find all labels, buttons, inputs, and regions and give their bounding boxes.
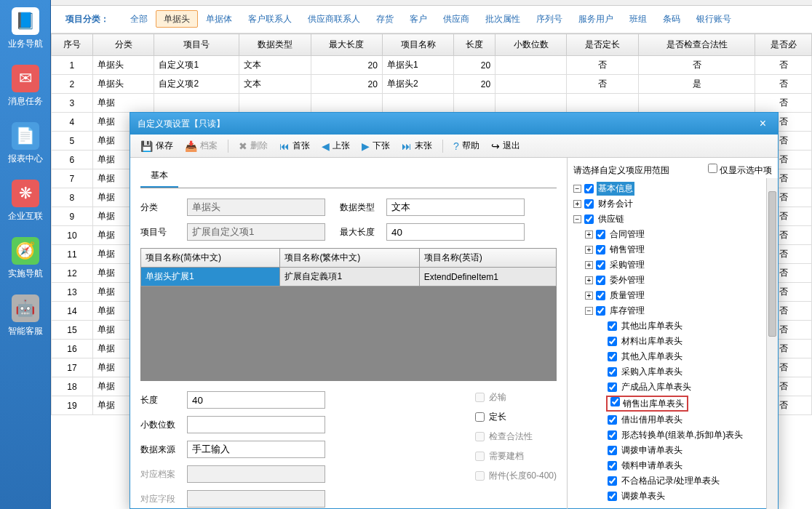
check-show-only[interactable] bbox=[708, 164, 717, 173]
tree-node-sales[interactable]: 销售管理 bbox=[608, 243, 646, 257]
category-item[interactable]: 银行账号 bbox=[688, 10, 739, 28]
tree-node-purchase[interactable]: 采购管理 bbox=[608, 258, 646, 272]
scrollbar-thumb[interactable] bbox=[768, 191, 776, 337]
tree-node-basic[interactable]: 基本信息 bbox=[597, 182, 634, 196]
input-maxlen[interactable] bbox=[386, 223, 525, 241]
tree-toggle-icon[interactable]: + bbox=[585, 276, 593, 284]
input-category[interactable] bbox=[187, 199, 325, 216]
category-item[interactable]: 单据头 bbox=[156, 10, 198, 28]
scope-tree[interactable]: −基本信息 +财务会计 −供应链 +合同管理 +销售管理 +采购管理 +委外管理… bbox=[573, 181, 772, 504]
table-header[interactable]: 是否定长 bbox=[567, 34, 638, 56]
tree-leaf[interactable]: 借出借用单表头 bbox=[620, 413, 684, 427]
tree-check[interactable] bbox=[596, 230, 605, 239]
input-length[interactable] bbox=[187, 391, 325, 409]
tree-leaf[interactable]: 其他出库单表头 bbox=[620, 319, 684, 333]
tree-node-outsource[interactable]: 委外管理 bbox=[608, 273, 646, 287]
exit-button[interactable]: ↪退出 bbox=[487, 137, 525, 154]
tree-toggle-icon[interactable]: + bbox=[585, 246, 593, 254]
check-valid[interactable] bbox=[475, 432, 485, 441]
table-header[interactable]: 项目号 bbox=[154, 34, 239, 56]
category-item[interactable]: 单据体 bbox=[198, 10, 240, 28]
check-archive[interactable] bbox=[475, 452, 485, 461]
close-icon[interactable]: × bbox=[755, 117, 771, 130]
category-item[interactable]: 存货 bbox=[368, 10, 402, 28]
table-header[interactable]: 小数位数 bbox=[495, 34, 567, 56]
tree-leaf[interactable]: 不合格品记录/处理单表头 bbox=[620, 474, 721, 488]
table-header[interactable]: 序号 bbox=[52, 34, 93, 56]
table-header[interactable]: 是否检查合法性 bbox=[638, 34, 755, 56]
first-button[interactable]: ⏮首张 bbox=[275, 137, 314, 154]
tree-check[interactable] bbox=[608, 337, 617, 346]
tree-check[interactable] bbox=[608, 367, 617, 377]
table-row[interactable]: 1单据头自定义项1文本20单据头120否否否 bbox=[52, 56, 812, 75]
delete-button[interactable]: ✖删除 bbox=[234, 137, 272, 154]
input-projnum[interactable] bbox=[187, 223, 325, 241]
sidebar-item-1[interactable]: ✉消息任务 bbox=[0, 57, 50, 115]
tree-toggle-icon[interactable]: + bbox=[585, 231, 593, 239]
tree-check[interactable] bbox=[608, 446, 617, 455]
tree-check[interactable] bbox=[608, 321, 617, 331]
tree-check[interactable] bbox=[596, 260, 605, 270]
check-fixed[interactable] bbox=[475, 412, 485, 422]
tree-check[interactable] bbox=[584, 184, 594, 193]
category-item[interactable]: 序列号 bbox=[528, 10, 570, 28]
tree-node-inventory[interactable]: 库存管理 bbox=[608, 304, 646, 318]
tree-check[interactable] bbox=[608, 382, 617, 392]
category-item[interactable]: 供应商 bbox=[435, 10, 477, 28]
category-item[interactable]: 客户联系人 bbox=[240, 10, 300, 28]
dialog-titlebar[interactable]: 自定义项设置【只读】 × bbox=[130, 113, 778, 135]
tree-leaf[interactable]: 采购入库单表头 bbox=[620, 365, 684, 379]
tree-leaf[interactable]: 产成品入库单表头 bbox=[620, 380, 693, 394]
table-header[interactable]: 数据类型 bbox=[239, 34, 311, 56]
input-source[interactable] bbox=[187, 441, 325, 458]
tree-toggle-icon[interactable]: − bbox=[573, 185, 581, 193]
tree-scrollbar[interactable] bbox=[766, 178, 778, 509]
save-button[interactable]: 💾保存 bbox=[136, 137, 178, 154]
category-item[interactable]: 客户 bbox=[402, 10, 435, 28]
check-required[interactable] bbox=[475, 393, 485, 402]
tree-node-finance[interactable]: 财务会计 bbox=[597, 197, 634, 211]
input-datatype[interactable] bbox=[386, 199, 525, 216]
check-attach[interactable] bbox=[475, 471, 485, 481]
table-row[interactable]: 2单据头自定义项2文本20单据头220否是否 bbox=[52, 75, 812, 94]
table-header[interactable]: 分类 bbox=[92, 34, 154, 56]
tree-toggle-icon[interactable]: − bbox=[585, 307, 593, 315]
tree-node-contract[interactable]: 合同管理 bbox=[608, 228, 646, 241]
prev-button[interactable]: ◀上张 bbox=[317, 137, 354, 154]
tree-node-supply[interactable]: 供应链 bbox=[597, 212, 626, 226]
show-only-checked[interactable]: 仅显示选中项 bbox=[708, 164, 772, 177]
tree-check[interactable] bbox=[596, 276, 605, 285]
tree-check[interactable] bbox=[608, 430, 617, 440]
tree-node-quality[interactable]: 质量管理 bbox=[608, 289, 646, 302]
help-button[interactable]: ?帮助 bbox=[449, 137, 484, 154]
table-header[interactable]: 最大长度 bbox=[311, 34, 382, 56]
table-row[interactable]: 3单据否 bbox=[52, 94, 812, 113]
sidebar-item-3[interactable]: ❋企业互联 bbox=[0, 172, 50, 230]
sidebar-item-4[interactable]: 🧭实施导航 bbox=[0, 230, 50, 287]
tree-leaf[interactable]: 形态转换单(组装单,拆卸单)表头 bbox=[620, 428, 744, 442]
tree-check[interactable] bbox=[608, 415, 617, 425]
tree-check[interactable] bbox=[608, 476, 617, 486]
category-item[interactable]: 班组 bbox=[621, 10, 655, 28]
tree-check[interactable] bbox=[608, 461, 617, 470]
category-item[interactable]: 条码 bbox=[655, 10, 688, 28]
table-row[interactable]: 单据头扩展1 扩展自定義項1 ExtendDefineItem1 bbox=[141, 268, 557, 286]
tree-check[interactable] bbox=[608, 352, 617, 361]
tree-check[interactable] bbox=[596, 306, 605, 316]
tree-toggle-icon[interactable]: + bbox=[585, 261, 593, 269]
tree-leaf[interactable]: 领料申请单表头 bbox=[620, 459, 684, 473]
category-item[interactable]: 供应商联系人 bbox=[300, 10, 368, 28]
tree-leaf[interactable]: 调拨申请单表头 bbox=[620, 444, 684, 457]
tree-leaf[interactable]: 其他入库单表头 bbox=[620, 350, 684, 364]
tree-check[interactable] bbox=[584, 215, 594, 224]
table-header[interactable]: 长度 bbox=[454, 34, 495, 56]
tree-toggle-icon[interactable]: + bbox=[573, 200, 581, 208]
tree-check[interactable] bbox=[608, 492, 617, 501]
tree-leaf[interactable]: 材料出库单表头 bbox=[620, 334, 684, 348]
tree-check[interactable] bbox=[596, 245, 605, 254]
tree-check[interactable] bbox=[596, 291, 605, 300]
category-item[interactable]: 批次属性 bbox=[477, 10, 528, 28]
next-button[interactable]: ▶下张 bbox=[357, 137, 394, 154]
last-button[interactable]: ⏭末张 bbox=[397, 137, 437, 154]
tree-leaf[interactable]: 调拨单表头 bbox=[620, 489, 666, 503]
